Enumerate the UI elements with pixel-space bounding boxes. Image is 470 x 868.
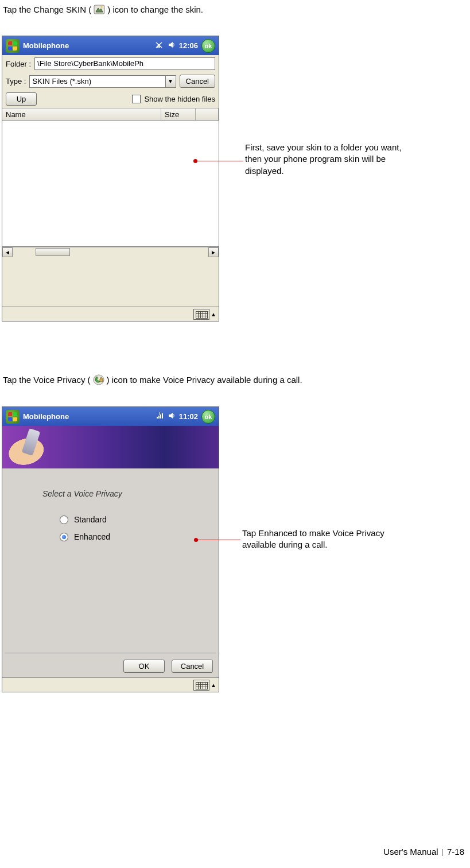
text: ) icon to change the skin. [107,5,203,14]
instruction-voice-privacy: Tap the Voice Privacy ( ) icon to make V… [3,375,302,385]
text: ) icon to make Voice Privacy available d… [107,375,302,385]
pointer-dot-2 [194,538,198,542]
show-hidden-checkbox[interactable] [132,95,141,103]
start-icon[interactable] [6,410,20,424]
keyboard-icon[interactable] [193,680,209,691]
radio-label: Enhanced [74,532,110,541]
scroll-right-icon[interactable]: ► [208,247,219,257]
h-scrollbar[interactable]: ◄ ► [2,247,219,257]
scroll-thumb[interactable] [36,248,70,256]
folder-label: Folder : [6,60,31,68]
footer-manual: User's Manual [383,847,438,857]
cancel-button[interactable]: Cancel [172,660,213,673]
pointer-dot-1 [193,159,197,163]
speaker-icon [168,41,176,51]
file-list[interactable] [2,121,219,247]
start-icon[interactable] [6,39,20,53]
svg-rect-9 [162,413,163,418]
svg-rect-5 [100,379,103,382]
ok-button[interactable]: OK [123,660,165,673]
type-label: Type : [6,77,26,86]
signal-off-icon [155,41,164,51]
list-header[interactable]: Name Size [2,108,219,121]
sip-up-icon[interactable]: ▲ [211,311,216,317]
clock-text: 11:02 [179,412,198,421]
keyboard-icon[interactable] [193,309,209,320]
scroll-left-icon[interactable]: ◄ [2,247,13,257]
footer-page: 7-18 [447,847,464,857]
instruction-change-skin: Tap the Change SKIN ( ) icon to change t… [3,5,203,14]
radio-standard[interactable]: Standard [60,515,107,524]
ok-button[interactable]: ok [201,39,215,53]
type-value: SKIN Files (*.skn) [30,76,165,87]
title-bar: Mobilephone 12:06 ok [2,36,219,55]
voice-privacy-icon [93,375,104,385]
sip-bar: ▲ [2,677,219,692]
screenshot-voice-privacy: Mobilephone 11:02 ok [2,406,219,692]
radio-enhanced[interactable]: Enhanced [60,532,110,541]
banner-image [2,426,219,468]
status-icons: 11:02 [156,412,198,421]
footer-sep: | [442,847,444,856]
chevron-down-icon[interactable]: ▼ [165,76,176,87]
sip-bar: ▲ [2,307,219,321]
svg-rect-7 [158,416,160,418]
svg-rect-8 [160,414,161,418]
ok-button[interactable]: ok [201,410,215,424]
page-footer: User's Manual | 7-18 [383,847,464,857]
type-select[interactable]: SKIN Files (*.skn) ▼ [29,75,176,88]
svg-rect-10 [160,412,160,415]
up-button[interactable]: Up [6,92,37,106]
prompt-text: Select a Voice Privacy [42,489,122,498]
speaker-icon [168,412,176,421]
cancel-button[interactable]: Cancel [180,75,215,88]
annotation-skin: First, save your skin to a folder you wa… [245,142,417,177]
radio-icon[interactable] [60,533,68,541]
folder-field[interactable]: \File Store\CyberBank\MobilePh [34,57,215,70]
show-hidden-label: Show the hidden files [144,95,215,103]
annotation-privacy: Tap Enhanced to make Voice Privacy avail… [242,528,391,551]
status-icons: 12:06 [155,41,198,51]
radio-label: Standard [74,515,107,524]
text: Tap the Change SKIN ( [3,5,91,14]
sip-up-icon[interactable]: ▲ [211,682,216,688]
pointer-line-2 [196,540,240,540]
text: Tap the Voice Privacy ( [3,375,91,385]
svg-point-1 [101,6,103,7]
divider [5,653,216,653]
col-name[interactable]: Name [2,108,161,120]
change-skin-icon [94,5,105,14]
title-bar: Mobilephone 11:02 ok [2,407,219,426]
col-size[interactable]: Size [161,108,196,120]
radio-icon[interactable] [60,516,68,524]
scroll-track[interactable] [13,247,208,257]
clock-text: 12:06 [179,41,198,50]
signal-icon [156,412,164,421]
pointer-line-1 [196,161,243,161]
window-title: Mobilephone [23,41,69,50]
window-title: Mobilephone [23,412,69,421]
screenshot-skin-browser: Mobilephone 12:06 ok Folder : \Fi [2,36,219,321]
col-extra[interactable] [196,108,219,120]
svg-rect-6 [157,417,158,418]
